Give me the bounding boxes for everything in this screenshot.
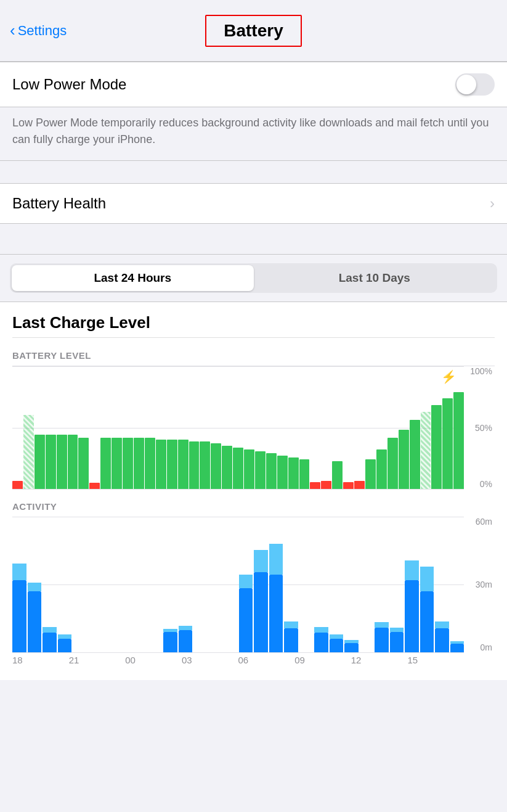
back-label: Settings bbox=[18, 23, 67, 39]
activity-bar-stack-12 bbox=[193, 541, 208, 652]
battery-bar-12 bbox=[145, 390, 155, 489]
activity-chart-label: ACTIVITY bbox=[12, 501, 495, 512]
activity-bar-stack-20 bbox=[314, 541, 328, 652]
activity-bar-group-6 bbox=[103, 541, 117, 652]
segment-last-10-days[interactable]: Last 10 Days bbox=[254, 265, 496, 291]
activity-bar-stack-8 bbox=[133, 541, 147, 652]
low-power-mode-toggle[interactable] bbox=[455, 73, 495, 96]
activity-bg-bar bbox=[375, 622, 389, 628]
activity-bg-bar bbox=[58, 634, 72, 639]
activity-bar-stack-5 bbox=[88, 541, 102, 652]
page-title: Battery bbox=[224, 21, 283, 40]
segment-control[interactable]: Last 24 Hours Last 10 Days bbox=[10, 263, 497, 293]
battery-bar-35 bbox=[399, 390, 409, 489]
activity-bar-group-24 bbox=[375, 541, 389, 652]
activity-screen-bar bbox=[163, 632, 177, 652]
activity-bar-stack-16 bbox=[254, 541, 268, 652]
activity-bar-stack-1 bbox=[28, 541, 42, 652]
segment-last-24-hours[interactable]: Last 24 Hours bbox=[12, 265, 254, 291]
activity-bar-group-29 bbox=[450, 541, 464, 652]
x-label-15: 15 bbox=[407, 652, 464, 668]
activity-screen-bar bbox=[284, 628, 298, 652]
battery-bar-25 bbox=[288, 390, 299, 489]
low-power-mode-row: Low Power Mode bbox=[0, 62, 507, 107]
battery-bar-20 bbox=[233, 390, 243, 489]
activity-bar-group-15 bbox=[239, 541, 253, 652]
activity-bar-stack-17 bbox=[269, 541, 283, 652]
activity-bar-group-20 bbox=[314, 541, 328, 652]
battery-bar-17 bbox=[200, 390, 210, 489]
y-label-100: 100% bbox=[470, 366, 492, 376]
activity-screen-bar bbox=[314, 633, 328, 652]
activity-bars bbox=[12, 541, 464, 652]
activity-bg-bar bbox=[330, 634, 344, 639]
activity-bar-group-23 bbox=[360, 541, 374, 652]
activity-screen-bar bbox=[239, 588, 253, 652]
activity-bar-stack-2 bbox=[43, 541, 57, 652]
activity-bar-group-2 bbox=[43, 541, 57, 652]
x-label-12: 12 bbox=[351, 652, 408, 668]
battery-bar-16 bbox=[189, 390, 200, 489]
x-label-18: 18 bbox=[12, 652, 69, 668]
battery-bar-7 bbox=[89, 390, 100, 489]
activity-bg-bar bbox=[435, 621, 449, 628]
activity-bg-bar bbox=[43, 627, 57, 633]
activity-bg-bar bbox=[420, 567, 434, 591]
activity-bg-bar bbox=[239, 575, 253, 588]
battery-bar-30 bbox=[343, 390, 354, 489]
activity-y-labels: 60m 30m 0m bbox=[465, 517, 495, 652]
battery-bar-32 bbox=[365, 390, 376, 489]
battery-health-row[interactable]: Battery Health › bbox=[0, 184, 507, 223]
activity-screen-bar bbox=[58, 639, 72, 652]
charge-heading-text: Last Charge Level bbox=[12, 313, 150, 332]
activity-bar-group-25 bbox=[390, 541, 404, 652]
activity-screen-bar bbox=[12, 580, 26, 652]
battery-bar-2 bbox=[34, 390, 45, 489]
battery-y-labels: 100% 50% 0% bbox=[465, 366, 495, 489]
charge-heading: Last Charge Level bbox=[0, 302, 507, 337]
back-button[interactable]: ‹ Settings bbox=[10, 23, 67, 39]
low-power-mode-label: Low Power Mode bbox=[12, 76, 126, 93]
activity-bar-group-8 bbox=[133, 541, 147, 652]
low-power-description-area: Low Power Mode temporarily reduces backg… bbox=[0, 107, 507, 161]
activity-bar-group-9 bbox=[148, 541, 163, 652]
battery-bar-6 bbox=[78, 390, 89, 489]
charge-divider bbox=[12, 337, 495, 338]
activity-bar-group-7 bbox=[118, 541, 132, 652]
battery-bar-19 bbox=[222, 390, 232, 489]
activity-bar-stack-19 bbox=[299, 541, 314, 652]
activity-bar-group-13 bbox=[209, 541, 223, 652]
activity-bar-group-5 bbox=[88, 541, 102, 652]
activity-bar-group-1 bbox=[28, 541, 42, 652]
activity-bar-stack-25 bbox=[390, 541, 404, 652]
activity-bar-stack-26 bbox=[405, 541, 419, 652]
activity-screen-bar bbox=[269, 575, 283, 652]
activity-screen-bar bbox=[344, 643, 359, 652]
battery-bar-36 bbox=[410, 390, 420, 489]
battery-bar-1 bbox=[23, 390, 34, 489]
battery-bar-13 bbox=[156, 390, 166, 489]
y-label-50: 50% bbox=[475, 423, 492, 433]
battery-bar-22 bbox=[255, 390, 266, 489]
activity-bar-stack-6 bbox=[103, 541, 117, 652]
activity-bg-bar bbox=[12, 564, 26, 580]
battery-bar-21 bbox=[244, 390, 254, 489]
activity-bg-bar bbox=[405, 560, 419, 580]
battery-bar-14 bbox=[167, 390, 177, 489]
activity-screen-bar bbox=[405, 580, 419, 652]
activity-bar-group-18 bbox=[284, 541, 298, 652]
activity-bar-stack-21 bbox=[330, 541, 344, 652]
activity-bar-stack-14 bbox=[224, 541, 238, 652]
activity-bar-group-0 bbox=[12, 541, 26, 652]
battery-bar-34 bbox=[387, 390, 398, 489]
grid-line-100 bbox=[12, 366, 464, 367]
spacer-row bbox=[0, 224, 507, 255]
battery-bar-15 bbox=[178, 390, 189, 489]
toggle-knob bbox=[456, 75, 476, 94]
battery-bar-4 bbox=[57, 390, 67, 489]
activity-screen-bar bbox=[420, 591, 434, 652]
battery-level-chart-label: BATTERY LEVEL bbox=[12, 350, 495, 361]
battery-bar-10 bbox=[123, 390, 133, 489]
activity-grid-line-top bbox=[12, 517, 464, 517]
chevron-left-icon: ‹ bbox=[10, 22, 15, 38]
